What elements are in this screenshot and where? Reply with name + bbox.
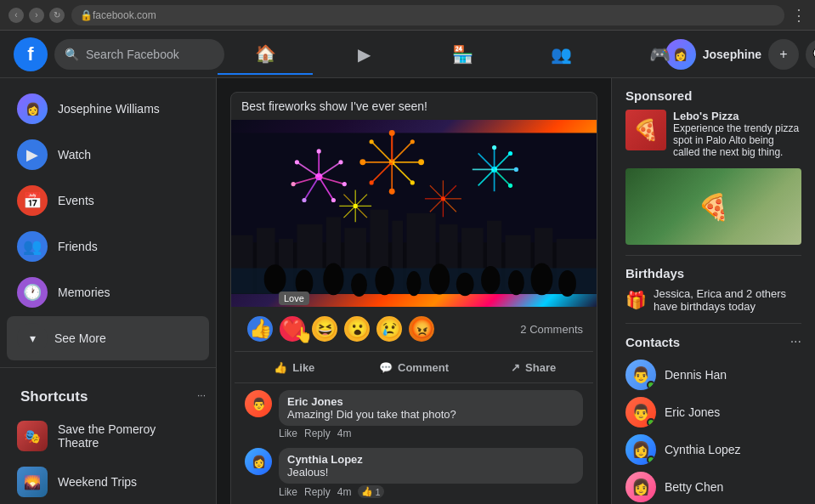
svg-point-88 (456, 273, 474, 297)
left-sidebar: 👩 Josephine Williams ▶ Watch 📅 Events 👥 … (0, 78, 217, 504)
contact-name-2: Cynthia Lopez (665, 443, 741, 456)
comment-time-1: 4m (337, 486, 352, 498)
comment-like-1[interactable]: Like (279, 486, 297, 498)
svg-point-89 (481, 266, 500, 294)
share-icon: ↗ (511, 361, 520, 374)
comment-time-0: 4m (337, 428, 352, 439)
contact-name-3: Betty Chen (665, 480, 723, 494)
comment-bubble-0: Eric Jones Amazing! Did you take that ph… (279, 390, 583, 426)
contacts-header: Contacts ··· (625, 334, 801, 349)
like-label: Like (292, 361, 314, 374)
svg-point-86 (406, 271, 421, 296)
contact-avatar-3: 👩 (625, 472, 656, 502)
svg-point-14 (291, 182, 296, 186)
sidebar-divider (0, 367, 216, 368)
comment-item-0: 👨 Eric Jones Amazing! Did you take that … (245, 390, 583, 439)
love-emoji[interactable]: ❤️ (277, 314, 308, 344)
contact-item-2[interactable]: 👩 Cynthia Lopez (625, 431, 801, 468)
comment-reply-0[interactable]: Reply (304, 428, 331, 439)
shortcut-icon-0: 🎭 (17, 421, 48, 451)
angry-emoji[interactable]: 😡 (406, 314, 437, 344)
app: f 🔍 Search Facebook 🏠 ▶ 🏪 👥 🎮 👩 Josephin… (0, 31, 815, 504)
forward-button[interactable]: › (29, 8, 44, 23)
comment-bubble-1: Cynthia Lopez Jealous! (279, 448, 583, 484)
comment-reply-1[interactable]: Reply (304, 486, 331, 498)
ad-description: Experience the trendy pizza spot in Palo… (673, 122, 801, 158)
like-button[interactable]: 👍 Like (235, 352, 354, 382)
sidebar-shortcut-1[interactable]: 🌄 Weekend Trips (7, 460, 209, 504)
sidebar-item-events[interactable]: 📅 Events (7, 178, 209, 223)
sidebar-shortcut-0[interactable]: 🎭 Save the Pomeroy Theatre (7, 414, 209, 458)
sidebar-item-memories[interactable]: 🕐 Memories (7, 270, 209, 314)
share-label: Share (525, 361, 556, 374)
comments-count[interactable]: 2 Comments (520, 323, 583, 336)
comment-like-0[interactable]: Like (279, 428, 297, 439)
browser-menu[interactable]: ⋮ (791, 6, 807, 25)
comment-button[interactable]: 💬 Comment (354, 352, 474, 382)
ad-image[interactable]: 🍕 (625, 168, 801, 245)
svg-point-91 (531, 263, 553, 295)
like-icon: 👍 (274, 361, 287, 374)
ad-thumb: 🍕 (625, 110, 666, 150)
ad-brand: Lebo's Pizza (673, 110, 801, 122)
refresh-button[interactable]: ↻ (49, 8, 65, 23)
contact-avatar-2: 👩 (625, 434, 656, 465)
address-bar[interactable]: 🔒 facebook.com (71, 5, 784, 25)
url-text: facebook.com (93, 9, 156, 21)
wow-emoji[interactable]: 😮 (342, 314, 372, 344)
svg-point-45 (508, 184, 512, 188)
svg-point-31 (359, 159, 365, 165)
like-emoji[interactable]: 👍 (245, 314, 275, 344)
comment-avatar-0: 👨 (245, 390, 272, 417)
birthdays-title: Birthdays (625, 266, 801, 280)
svg-point-90 (508, 270, 524, 295)
svg-point-29 (389, 189, 395, 195)
sidebar-item-watch[interactable]: ▶ Watch (7, 133, 209, 177)
memories-icon: 🕐 (17, 277, 48, 308)
share-button[interactable]: ↗ Share (473, 352, 593, 382)
contact-name-1: Eric Jones (665, 405, 720, 419)
comment-content-0: Eric Jones Amazing! Did you take that ph… (279, 390, 583, 439)
sidebar-events-label: Events (58, 194, 94, 207)
contact-item-1[interactable]: 👨 Eric Jones (625, 394, 801, 431)
contact-item-3[interactable]: 👩 Betty Chen (625, 468, 801, 504)
sidebar-item-user[interactable]: 👩 Josephine Williams (7, 87, 209, 131)
like-count-icon: 👍 (361, 486, 373, 497)
svg-point-12 (331, 198, 336, 202)
comment-content-1: Cynthia Lopez Jealous! Like Reply 4m 👍 1 (279, 448, 583, 498)
sidebar-item-friends[interactable]: 👥 Friends (7, 224, 209, 269)
nav-gaming-button[interactable]: 🎮 (612, 34, 707, 75)
back-button[interactable]: ‹ (8, 8, 24, 23)
right-sidebar: Sponsored 🍕 Lebo's Pizza Experience the … (611, 78, 815, 504)
shortcuts-header: Shortcuts ··· (0, 375, 216, 412)
contact-item-0[interactable]: 👨 Dennis Han (625, 356, 801, 394)
svg-point-10 (338, 160, 342, 164)
svg-point-9 (317, 149, 321, 153)
shortcuts-more[interactable]: ··· (197, 389, 206, 401)
sad-emoji[interactable]: 😢 (374, 314, 405, 344)
add-button[interactable]: + (768, 39, 799, 70)
see-more-button[interactable]: ▾ See More (7, 316, 209, 360)
search-icon: 🔍 (65, 48, 79, 61)
comment-item-1: 👩 Cynthia Lopez Jealous! Like Reply 4m (245, 448, 583, 498)
nav-home-button[interactable]: 🏠 (218, 34, 313, 75)
ad-item: 🍕 Lebo's Pizza Experience the trendy piz… (625, 110, 801, 158)
contact-avatar-0: 👨 (625, 360, 656, 390)
nav-groups-button[interactable]: 👥 (513, 34, 608, 75)
comment-text-0: Amazing! Did you take that photo? (287, 408, 574, 421)
sidebar-watch-label: Watch (58, 148, 91, 161)
nav-marketplace-button[interactable]: 🏪 (415, 34, 510, 75)
contacts-more-button[interactable]: ··· (790, 334, 801, 349)
nav-watch-button[interactable]: ▶ (316, 34, 411, 75)
sidebar-memories-label: Memories (58, 286, 110, 299)
section-divider-2 (625, 323, 801, 324)
birthday-text: Jessica, Erica and 2 others have birthda… (654, 287, 801, 313)
messenger-button[interactable]: 💬 5 (806, 39, 815, 70)
post-actions: 👍 Like 💬 Comment ↗ Share (235, 351, 593, 383)
search-box[interactable]: 🔍 Search Facebook (54, 39, 224, 70)
search-placeholder: Search Facebook (86, 48, 179, 61)
reaction-emoji-row: 👍 ❤️ 😆 😮 😢 😡 (245, 314, 437, 344)
haha-emoji[interactable]: 😆 (309, 314, 340, 344)
browser-bar: ‹ › ↻ 🔒 facebook.com ⋮ (0, 0, 815, 31)
svg-point-87 (429, 263, 450, 294)
